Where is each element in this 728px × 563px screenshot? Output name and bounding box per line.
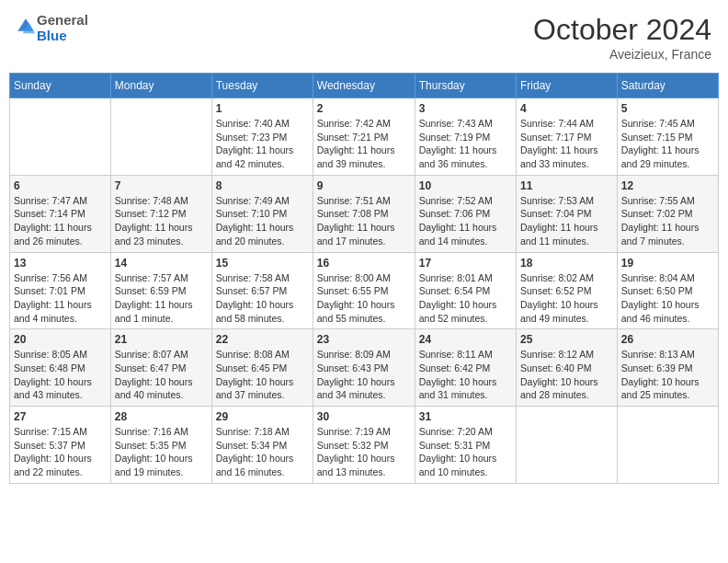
day-info: Sunrise: 7:52 AM Sunset: 7:06 PM Dayligh… xyxy=(419,194,512,248)
calendar-cell: 1Sunrise: 7:40 AM Sunset: 7:23 PM Daylig… xyxy=(211,98,313,176)
title-block: October 2024 Aveizieux, France xyxy=(533,13,711,62)
calendar-cell: 14Sunrise: 7:57 AM Sunset: 6:59 PM Dayli… xyxy=(110,252,211,329)
day-info: Sunrise: 7:42 AM Sunset: 7:21 PM Dayligh… xyxy=(317,117,411,171)
day-number: 3 xyxy=(419,102,512,115)
day-number: 6 xyxy=(14,179,107,192)
calendar-body: 1Sunrise: 7:40 AM Sunset: 7:23 PM Daylig… xyxy=(10,98,719,484)
location: Aveizieux, France xyxy=(533,47,711,62)
day-info: Sunrise: 7:53 AM Sunset: 7:04 PM Dayligh… xyxy=(520,194,613,248)
day-info: Sunrise: 8:09 AM Sunset: 6:43 PM Dayligh… xyxy=(317,348,411,402)
day-number: 11 xyxy=(520,179,613,192)
day-info: Sunrise: 7:40 AM Sunset: 7:23 PM Dayligh… xyxy=(216,117,309,171)
calendar-cell: 27Sunrise: 7:15 AM Sunset: 5:37 PM Dayli… xyxy=(10,407,111,484)
calendar-table: SundayMondayTuesdayWednesdayThursdayFrid… xyxy=(9,73,719,484)
day-number: 29 xyxy=(216,410,309,423)
logo: General Blue xyxy=(17,13,88,43)
calendar-cell: 9Sunrise: 7:51 AM Sunset: 7:08 PM Daylig… xyxy=(313,175,415,252)
calendar-cell: 20Sunrise: 8:05 AM Sunset: 6:48 PM Dayli… xyxy=(10,329,111,407)
calendar-cell: 7Sunrise: 7:48 AM Sunset: 7:12 PM Daylig… xyxy=(110,175,211,252)
day-number: 2 xyxy=(317,102,411,115)
day-info: Sunrise: 7:20 AM Sunset: 5:31 PM Dayligh… xyxy=(419,425,512,479)
day-info: Sunrise: 7:55 AM Sunset: 7:02 PM Dayligh… xyxy=(621,194,714,248)
calendar-cell: 18Sunrise: 8:02 AM Sunset: 6:52 PM Dayli… xyxy=(516,252,617,329)
calendar-cell: 11Sunrise: 7:53 AM Sunset: 7:04 PM Dayli… xyxy=(516,175,617,252)
calendar-cell: 24Sunrise: 8:11 AM Sunset: 6:42 PM Dayli… xyxy=(415,329,516,407)
day-info: Sunrise: 7:18 AM Sunset: 5:34 PM Dayligh… xyxy=(216,425,309,479)
day-info: Sunrise: 8:00 AM Sunset: 6:55 PM Dayligh… xyxy=(317,271,411,326)
weekday-header-wednesday: Wednesday xyxy=(313,74,415,98)
calendar-cell: 15Sunrise: 7:58 AM Sunset: 6:57 PM Dayli… xyxy=(211,252,313,329)
calendar-cell: 31Sunrise: 7:20 AM Sunset: 5:31 PM Dayli… xyxy=(415,407,516,484)
calendar-cell xyxy=(617,407,718,484)
calendar-week-3: 13Sunrise: 7:56 AM Sunset: 7:01 PM Dayli… xyxy=(10,252,719,329)
day-info: Sunrise: 7:51 AM Sunset: 7:08 PM Dayligh… xyxy=(317,194,411,248)
calendar-cell: 26Sunrise: 8:13 AM Sunset: 6:39 PM Dayli… xyxy=(617,329,718,407)
day-number: 28 xyxy=(115,410,208,423)
day-number: 15 xyxy=(216,257,309,270)
day-info: Sunrise: 8:11 AM Sunset: 6:42 PM Dayligh… xyxy=(419,348,512,402)
day-info: Sunrise: 7:19 AM Sunset: 5:32 PM Dayligh… xyxy=(317,425,411,479)
day-info: Sunrise: 8:13 AM Sunset: 6:39 PM Dayligh… xyxy=(621,348,714,402)
calendar-cell: 8Sunrise: 7:49 AM Sunset: 7:10 PM Daylig… xyxy=(211,175,313,252)
calendar-cell: 30Sunrise: 7:19 AM Sunset: 5:32 PM Dayli… xyxy=(313,407,415,484)
day-info: Sunrise: 7:45 AM Sunset: 7:15 PM Dayligh… xyxy=(621,117,714,171)
weekday-header-friday: Friday xyxy=(516,74,617,98)
day-info: Sunrise: 7:44 AM Sunset: 7:17 PM Dayligh… xyxy=(520,117,613,171)
day-number: 1 xyxy=(216,102,309,115)
calendar-cell: 22Sunrise: 8:08 AM Sunset: 6:45 PM Dayli… xyxy=(211,329,313,407)
day-number: 24 xyxy=(419,333,512,346)
day-info: Sunrise: 7:56 AM Sunset: 7:01 PM Dayligh… xyxy=(14,271,107,326)
day-number: 18 xyxy=(520,257,613,270)
calendar-cell: 13Sunrise: 7:56 AM Sunset: 7:01 PM Dayli… xyxy=(10,252,111,329)
day-number: 16 xyxy=(317,257,411,270)
logo-icon xyxy=(17,17,35,36)
weekday-header-sunday: Sunday xyxy=(10,74,111,98)
day-info: Sunrise: 7:47 AM Sunset: 7:14 PM Dayligh… xyxy=(14,194,107,248)
calendar-cell: 6Sunrise: 7:47 AM Sunset: 7:14 PM Daylig… xyxy=(10,175,111,252)
calendar-cell: 4Sunrise: 7:44 AM Sunset: 7:17 PM Daylig… xyxy=(516,98,617,176)
day-info: Sunrise: 7:58 AM Sunset: 6:57 PM Dayligh… xyxy=(216,271,309,326)
weekday-header-saturday: Saturday xyxy=(617,74,718,98)
day-number: 12 xyxy=(621,179,714,192)
day-info: Sunrise: 8:08 AM Sunset: 6:45 PM Dayligh… xyxy=(216,348,309,402)
day-number: 25 xyxy=(520,333,613,346)
calendar-cell xyxy=(10,98,111,176)
day-number: 5 xyxy=(621,102,714,115)
day-number: 23 xyxy=(317,333,411,346)
calendar-cell: 3Sunrise: 7:43 AM Sunset: 7:19 PM Daylig… xyxy=(415,98,516,176)
day-number: 7 xyxy=(115,179,208,192)
calendar-cell: 23Sunrise: 8:09 AM Sunset: 6:43 PM Dayli… xyxy=(313,329,415,407)
logo-line2: Blue xyxy=(37,29,88,44)
calendar-cell: 16Sunrise: 8:00 AM Sunset: 6:55 PM Dayli… xyxy=(313,252,415,329)
month-title: October 2024 xyxy=(533,13,711,47)
day-number: 10 xyxy=(419,179,512,192)
day-info: Sunrise: 8:12 AM Sunset: 6:40 PM Dayligh… xyxy=(520,348,613,402)
day-info: Sunrise: 7:48 AM Sunset: 7:12 PM Dayligh… xyxy=(115,194,208,248)
weekday-header-monday: Monday xyxy=(110,74,211,98)
day-info: Sunrise: 8:05 AM Sunset: 6:48 PM Dayligh… xyxy=(14,348,107,402)
page-header: General Blue October 2024 Aveizieux, Fra… xyxy=(9,9,719,65)
day-number: 20 xyxy=(14,333,107,346)
calendar-cell: 10Sunrise: 7:52 AM Sunset: 7:06 PM Dayli… xyxy=(415,175,516,252)
day-number: 22 xyxy=(216,333,309,346)
day-info: Sunrise: 8:01 AM Sunset: 6:54 PM Dayligh… xyxy=(419,271,512,326)
calendar-week-2: 6Sunrise: 7:47 AM Sunset: 7:14 PM Daylig… xyxy=(10,175,719,252)
calendar-cell: 12Sunrise: 7:55 AM Sunset: 7:02 PM Dayli… xyxy=(617,175,718,252)
day-info: Sunrise: 7:57 AM Sunset: 6:59 PM Dayligh… xyxy=(115,271,208,326)
calendar-cell: 28Sunrise: 7:16 AM Sunset: 5:35 PM Dayli… xyxy=(110,407,211,484)
calendar-cell xyxy=(516,407,617,484)
day-number: 17 xyxy=(419,257,512,270)
logo-line1: General xyxy=(37,13,88,29)
day-number: 13 xyxy=(14,257,107,270)
day-number: 9 xyxy=(317,179,411,192)
day-number: 30 xyxy=(317,410,411,423)
calendar-cell: 5Sunrise: 7:45 AM Sunset: 7:15 PM Daylig… xyxy=(617,98,718,176)
day-number: 8 xyxy=(216,179,309,192)
day-info: Sunrise: 7:43 AM Sunset: 7:19 PM Dayligh… xyxy=(419,117,512,171)
day-number: 26 xyxy=(621,333,714,346)
calendar-cell: 29Sunrise: 7:18 AM Sunset: 5:34 PM Dayli… xyxy=(211,407,313,484)
day-info: Sunrise: 7:49 AM Sunset: 7:10 PM Dayligh… xyxy=(216,194,309,248)
weekday-header-row: SundayMondayTuesdayWednesdayThursdayFrid… xyxy=(10,74,719,98)
calendar-week-5: 27Sunrise: 7:15 AM Sunset: 5:37 PM Dayli… xyxy=(10,407,719,484)
calendar-week-4: 20Sunrise: 8:05 AM Sunset: 6:48 PM Dayli… xyxy=(10,329,719,407)
